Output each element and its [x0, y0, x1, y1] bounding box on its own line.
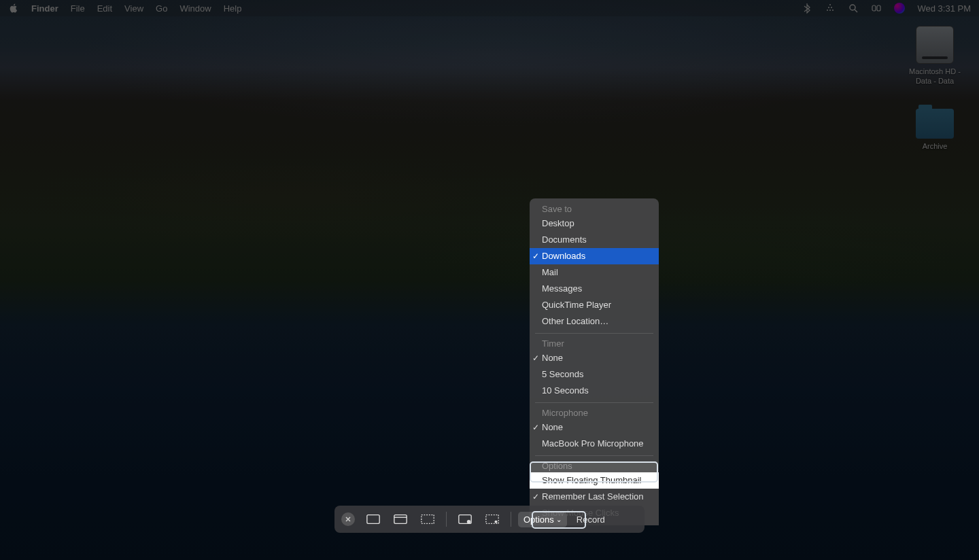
svg-point-6 — [850, 5, 855, 10]
svg-rect-10 — [394, 515, 407, 524]
drive-label: Macintosh HD - Data - Data — [904, 67, 965, 86]
clock[interactable]: Wed 3:31 PM — [917, 3, 971, 14]
section-options: Options — [530, 459, 659, 472]
timer-5s[interactable]: 5 Seconds — [530, 366, 659, 383]
capture-selection-button[interactable] — [416, 510, 439, 529]
apple-menu-icon[interactable] — [8, 3, 19, 14]
save-to-downloads[interactable]: ✓Downloads — [530, 248, 659, 264]
svg-rect-8 — [877, 5, 880, 11]
svg-point-5 — [829, 4, 831, 5]
desktop-drive-macintosh-hd[interactable]: Macintosh HD - Data - Data — [904, 26, 965, 86]
section-save-to: Save to — [530, 203, 659, 215]
capture-window-button[interactable] — [389, 510, 412, 529]
save-to-other[interactable]: Other Location… — [530, 313, 659, 330]
toolbar-separator — [446, 512, 447, 527]
desktop-wallpaper — [0, 0, 979, 560]
menu-edit[interactable]: Edit — [97, 3, 112, 14]
options-label: Options — [523, 514, 554, 525]
option-show-floating-thumbnail[interactable]: Show Floating Thumbnail — [530, 472, 659, 489]
save-to-quicktime[interactable]: QuickTime Player — [530, 297, 659, 313]
svg-point-3 — [828, 7, 829, 8]
svg-point-15 — [494, 521, 497, 523]
options-button[interactable]: Options ⌄ — [518, 512, 567, 527]
svg-point-1 — [829, 10, 831, 11]
svg-point-4 — [831, 7, 832, 8]
check-icon: ✓ — [532, 351, 539, 365]
record-button[interactable]: Record — [571, 512, 611, 527]
siri-icon[interactable] — [894, 3, 905, 14]
timer-none[interactable]: ✓None — [530, 350, 659, 366]
menu-separator — [535, 402, 653, 403]
section-timer: Timer — [530, 337, 659, 350]
capture-entire-screen-button[interactable] — [362, 510, 385, 529]
toolbar-separator — [511, 512, 511, 527]
close-button[interactable] — [341, 512, 355, 526]
menu-go[interactable]: Go — [156, 3, 167, 14]
record-selection-button[interactable] — [481, 510, 504, 529]
svg-point-13 — [467, 521, 470, 523]
app-name[interactable]: Finder — [31, 3, 58, 14]
folder-label: Archive — [904, 141, 965, 151]
check-icon: ✓ — [532, 249, 539, 263]
save-to-mail[interactable]: Mail — [530, 264, 659, 281]
svg-point-2 — [832, 10, 834, 11]
menu-window[interactable]: Window — [179, 3, 211, 14]
section-microphone: Microphone — [530, 406, 659, 419]
bluetooth-icon[interactable] — [802, 3, 812, 14]
record-entire-screen-button[interactable] — [453, 510, 477, 529]
mic-macbook-pro[interactable]: MacBook Pro Microphone — [530, 436, 659, 452]
check-icon: ✓ — [532, 490, 539, 504]
option-remember-last-selection[interactable]: ✓Remember Last Selection — [530, 489, 659, 505]
save-to-desktop[interactable]: Desktop — [530, 215, 659, 232]
mic-none[interactable]: ✓None — [530, 419, 659, 436]
svg-rect-11 — [422, 515, 434, 524]
control-center-icon[interactable] — [871, 3, 882, 14]
options-menu: Save to Desktop Documents ✓Downloads Mai… — [530, 198, 659, 525]
menu-help[interactable]: Help — [224, 3, 242, 14]
timer-10s[interactable]: 10 Seconds — [530, 383, 659, 399]
menu-separator — [535, 455, 653, 456]
save-to-documents[interactable]: Documents — [530, 232, 659, 248]
screenshot-toolbar: Options ⌄ Record — [334, 506, 645, 533]
svg-rect-9 — [367, 515, 379, 524]
svg-point-0 — [827, 10, 828, 11]
chevron-down-icon: ⌄ — [556, 516, 562, 523]
airdrop-icon[interactable] — [825, 3, 836, 14]
hard-drive-icon — [916, 26, 954, 64]
save-to-messages[interactable]: Messages — [530, 281, 659, 297]
menu-file[interactable]: File — [71, 3, 85, 14]
menu-view[interactable]: View — [124, 3, 143, 14]
menu-separator — [535, 333, 653, 334]
desktop-folder-archive[interactable]: Archive — [904, 105, 965, 151]
check-icon: ✓ — [532, 421, 539, 434]
svg-rect-7 — [872, 5, 876, 11]
menu-bar: Finder File Edit View Go Window Help Wed… — [0, 0, 979, 16]
spotlight-icon[interactable] — [848, 3, 859, 14]
folder-icon — [916, 109, 954, 139]
record-label: Record — [577, 514, 605, 525]
